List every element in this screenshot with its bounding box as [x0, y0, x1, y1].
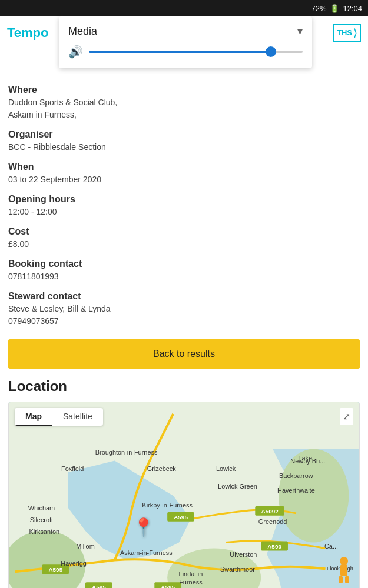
- media-title: Media: [68, 25, 97, 38]
- booking-contact-value: 07811801993: [8, 270, 360, 283]
- svg-text:Haverthwaite: Haverthwaite: [277, 487, 315, 494]
- battery-icon: 🔋: [330, 4, 339, 13]
- volume-slider-track[interactable]: [89, 51, 303, 53]
- where-label: Where: [8, 85, 360, 95]
- map-tabs: Map Satellite: [15, 408, 103, 426]
- status-bar: 72% 🔋 12:04: [0, 0, 368, 16]
- booking-contact-section: Booking contact 07811801993: [8, 259, 360, 283]
- content: Where Duddon Sports & Social Club,Askam …: [0, 69, 368, 328]
- svg-text:Kirkby-in-Furness: Kirkby-in-Furness: [142, 502, 193, 509]
- organiser-section: Organiser BCC - Ribblesdale Section: [8, 129, 360, 153]
- ths-arrow-icon: ⟩: [353, 26, 357, 39]
- battery-percentage: 72%: [311, 4, 326, 13]
- opening-hours-label: Opening hours: [8, 194, 360, 205]
- svg-rect-45: [345, 576, 349, 583]
- app-title: Tempo: [7, 25, 48, 41]
- where-value: Duddon Sports & Social Club,Askam in Fur…: [8, 96, 360, 121]
- organiser-label: Organiser: [8, 129, 360, 140]
- tab-map[interactable]: Map: [15, 408, 52, 426]
- media-overlay-header: Media ▾: [68, 25, 303, 38]
- steward-contact-value: Steve & Lesley, Bill & Lynda07949073657: [8, 303, 360, 328]
- cost-label: Cost: [8, 226, 360, 237]
- volume-slider-fill: [89, 51, 271, 53]
- volume-slider-thumb: [266, 46, 276, 57]
- cost-value: £8.00: [8, 238, 360, 250]
- svg-text:A590: A590: [267, 543, 281, 550]
- svg-text:Ulverston: Ulverston: [230, 551, 257, 558]
- svg-text:A5092: A5092: [261, 508, 279, 514]
- location-section: Location Map Satellite ⤢: [0, 378, 368, 588]
- svg-text:Lowick: Lowick: [216, 465, 236, 472]
- svg-text:Silecroft: Silecroft: [30, 516, 53, 523]
- cost-section: Cost £8.00: [8, 226, 360, 250]
- when-value: 03 to 22 September 2020: [8, 173, 360, 186]
- svg-text:Lindal in: Lindal in: [179, 570, 203, 577]
- steward-contact-label: Steward contact: [8, 291, 360, 302]
- media-overlay: Media ▾ 🔊: [59, 16, 312, 68]
- svg-text:Whicham: Whicham: [28, 505, 55, 512]
- svg-text:Broughton-in-Furness: Broughton-in-Furness: [95, 449, 158, 456]
- svg-text:A595: A595: [161, 584, 175, 588]
- opening-hours-section: Opening hours 12:00 - 12:00: [8, 194, 360, 218]
- map-container: Map Satellite ⤢: [8, 402, 360, 588]
- map-svg: A595 A595 A595 A5092 A590 A595 Broughton…: [9, 402, 359, 588]
- pegman-icon[interactable]: [336, 556, 352, 584]
- svg-text:Haverigg: Haverigg: [61, 560, 87, 567]
- map-pin: 📍: [132, 517, 154, 537]
- clock: 12:04: [343, 4, 362, 13]
- svg-text:A595: A595: [174, 514, 188, 520]
- svg-text:Foxfield: Foxfield: [61, 465, 84, 472]
- svg-rect-44: [339, 576, 343, 583]
- svg-text:Lowick Green: Lowick Green: [218, 483, 257, 490]
- location-title: Location: [8, 378, 360, 395]
- svg-text:Ca...: Ca...: [324, 543, 338, 550]
- svg-text:Kirksanton: Kirksanton: [29, 528, 60, 535]
- svg-point-42: [340, 557, 348, 565]
- when-section: When 03 to 22 September 2020: [8, 162, 360, 186]
- volume-icon: 🔊: [68, 45, 83, 59]
- when-label: When: [8, 162, 360, 172]
- where-section: Where Duddon Sports & Social Club,Askam …: [8, 85, 360, 121]
- booking-contact-label: Booking contact: [8, 259, 360, 269]
- svg-rect-43: [340, 564, 347, 576]
- svg-text:Millom: Millom: [76, 543, 95, 550]
- expand-map-icon[interactable]: ⤢: [340, 408, 353, 425]
- opening-hours-value: 12:00 - 12:00: [8, 206, 360, 218]
- ths-label: THS: [337, 28, 352, 37]
- organiser-value: BCC - Ribblesdale Section: [8, 141, 360, 153]
- app-bar-right: THS ⟩: [333, 24, 361, 42]
- svg-text:Greenodd: Greenodd: [258, 518, 287, 525]
- ths-badge-container: THS ⟩: [333, 24, 361, 42]
- svg-text:Lake...: Lake...: [298, 455, 317, 462]
- back-to-results-button[interactable]: Back to results: [8, 339, 360, 369]
- tab-satellite[interactable]: Satellite: [52, 408, 103, 426]
- svg-text:A595: A595: [92, 584, 106, 588]
- svg-text:Backbarrow: Backbarrow: [279, 472, 313, 479]
- svg-text:A595: A595: [48, 566, 62, 573]
- svg-text:Askam-in-Furness: Askam-in-Furness: [120, 549, 173, 556]
- media-chevron-icon[interactable]: ▾: [297, 25, 303, 38]
- steward-contact-section: Steward contact Steve & Lesley, Bill & L…: [8, 291, 360, 328]
- svg-text:Furness: Furness: [179, 579, 203, 586]
- svg-text:Grizebeck: Grizebeck: [147, 465, 177, 472]
- svg-text:Swarthmoor: Swarthmoor: [220, 566, 255, 573]
- media-controls: 🔊: [68, 45, 303, 59]
